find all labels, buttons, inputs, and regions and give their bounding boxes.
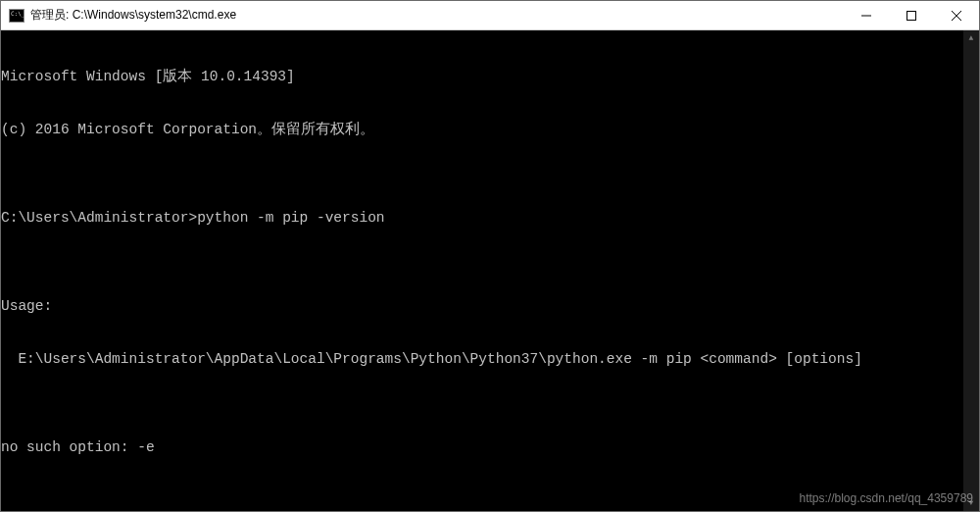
terminal-line: C:\Users\Administrator>python -m pip -ve… [1,209,979,227]
window-title: 管理员: C:\Windows\system32\cmd.exe [30,7,236,24]
maximize-icon [906,11,916,21]
window-controls [844,1,979,29]
terminal-line: (c) 2016 Microsoft Corporation。保留所有权利。 [1,121,979,138]
scrollbar[interactable]: ▲ ▼ [963,30,979,511]
terminal-line: no such option: -e [1,438,979,456]
terminal-line: Microsoft Windows [版本 10.0.14393] [1,68,979,85]
terminal-line: Usage: [1,297,979,315]
maximize-button[interactable] [889,1,934,29]
scroll-down-arrow-icon[interactable]: ▼ [963,495,979,511]
cmd-icon [9,9,24,23]
terminal-line: E:\Users\Administrator\AppData\Local\Pro… [1,350,979,368]
titlebar: 管理员: C:\Windows\system32\cmd.exe [1,1,979,30]
minimize-button[interactable] [844,1,889,29]
close-icon [952,11,961,21]
watermark: https://blog.csdn.net/qq_4359789 [800,489,973,507]
svg-rect-1 [907,11,916,20]
scroll-up-arrow-icon[interactable]: ▲ [963,30,979,46]
terminal-output[interactable]: Microsoft Windows [版本 10.0.14393] (c) 20… [1,30,979,511]
scroll-track[interactable] [963,46,979,495]
minimize-icon [861,11,871,21]
close-button[interactable] [934,1,979,29]
terminal-window: 管理员: C:\Windows\system32\cmd.exe Microso… [0,0,980,512]
